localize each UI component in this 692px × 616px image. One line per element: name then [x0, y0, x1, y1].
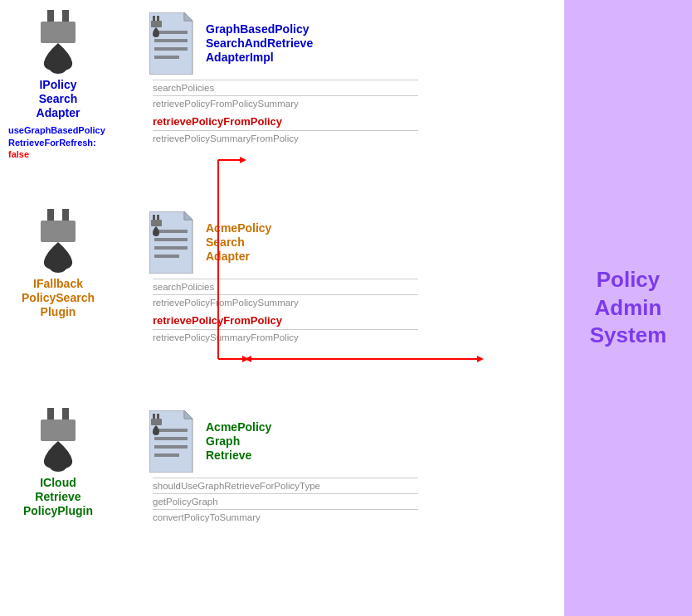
- plug-icon-3: [29, 406, 87, 473]
- svg-rect-33: [154, 437, 188, 440]
- iface-attr-1: useGraphBasedPolicyRetrieveForRefresh:fa…: [8, 124, 108, 160]
- impl-label-2: AcmePolicySearchAdapter: [206, 221, 271, 263]
- method-retrievePolicySummary-1: retrievePolicyFromPolicySummary: [153, 95, 418, 111]
- svg-rect-28: [41, 420, 76, 441]
- method-getGraph-3: getPolicyGraph: [153, 493, 418, 509]
- svg-rect-13: [47, 209, 54, 221]
- svg-point-16: [50, 263, 66, 273]
- svg-marker-31: [184, 410, 192, 419]
- svg-rect-10: [153, 16, 155, 21]
- method-retrievePolicy-1: retrievePolicyFromPolicy: [153, 113, 418, 130]
- svg-rect-15: [41, 221, 76, 242]
- svg-rect-35: [154, 454, 179, 457]
- svg-point-29: [50, 462, 66, 472]
- icloud-retrieve-plugin: ICloudRetrievePolicyPlugin: [8, 406, 108, 517]
- ipolicy-search-adapter: IPolicySearchAdapter useGraphBasedPolicy…: [8, 8, 108, 160]
- method-searchPolicies-1: searchPolicies: [153, 80, 418, 95]
- svg-rect-1: [62, 10, 69, 22]
- svg-rect-38: [151, 419, 162, 425]
- svg-rect-19: [154, 230, 188, 233]
- svg-rect-2: [41, 22, 76, 43]
- row-1: IPolicySearchAdapter useGraphBasedPolicy…: [8, 8, 418, 160]
- svg-rect-23: [153, 215, 155, 220]
- doc-icon-2: [149, 211, 199, 274]
- arrow-head-left2: [245, 356, 251, 362]
- impl-label-1: GraphBasedPolicySearchAndRetrieveAdapter…: [206, 22, 313, 64]
- method-list-3: shouldUseGraphRetrieveForPolicyType getP…: [153, 478, 418, 525]
- svg-rect-26: [47, 408, 54, 420]
- svg-rect-14: [62, 209, 69, 221]
- plug-icon-1: [29, 8, 87, 75]
- impl-header-1: GraphBasedPolicySearchAndRetrieveAdapter…: [149, 12, 313, 75]
- impl-graph-based: GraphBasedPolicySearchAndRetrieveAdapter…: [149, 12, 418, 146]
- svg-rect-27: [62, 408, 69, 420]
- svg-rect-12: [151, 21, 162, 27]
- impl-header-2: AcmePolicySearchAdapter: [149, 211, 271, 274]
- svg-point-3: [50, 64, 66, 74]
- row-3: ICloudRetrievePolicyPlugin AcmePolicyGra…: [8, 406, 418, 525]
- svg-marker-5: [184, 12, 192, 21]
- arrow-head-right: [477, 356, 484, 362]
- svg-rect-20: [154, 238, 188, 241]
- svg-rect-37: [157, 414, 159, 419]
- ifallback-search-plugin: IFallbackPolicySearchPlugin: [8, 207, 108, 318]
- policy-admin-title: PolicyAdminSystem: [590, 266, 667, 350]
- svg-rect-24: [157, 215, 159, 220]
- svg-rect-0: [47, 10, 54, 22]
- iface-label-2: IFallbackPolicySearchPlugin: [22, 277, 95, 318]
- method-convert-3: convertPolicyToSummary: [153, 509, 418, 525]
- svg-rect-7: [154, 39, 188, 42]
- svg-rect-8: [154, 47, 188, 51]
- svg-rect-9: [154, 56, 179, 59]
- svg-rect-25: [151, 220, 162, 226]
- iface-label-1: IPolicySearchAdapter: [37, 78, 80, 119]
- impl-header-3: AcmePolicyGraphRetrieve: [149, 410, 271, 473]
- method-shouldUse-3: shouldUseGraphRetrieveForPolicyType: [153, 478, 418, 493]
- method-retrieveSummary-2: retrievePolicySummaryFromPolicy: [153, 329, 418, 345]
- impl-label-3: AcmePolicyGraphRetrieve: [206, 420, 271, 462]
- method-searchPolicies-2: searchPolicies: [153, 279, 418, 294]
- svg-rect-32: [154, 429, 188, 432]
- impl-acme-graph: AcmePolicyGraphRetrieve shouldUseGraphRe…: [149, 410, 418, 525]
- svg-rect-6: [154, 31, 188, 34]
- method-list-2: searchPolicies retrievePolicyFromPolicyS…: [153, 279, 418, 345]
- svg-rect-22: [154, 255, 179, 258]
- svg-rect-36: [153, 414, 155, 419]
- policy-admin-panel: PolicyAdminSystem: [564, 0, 692, 616]
- method-retrieveSummary-1: retrievePolicySummaryFromPolicy: [153, 130, 418, 146]
- iface-label-3: ICloudRetrievePolicyPlugin: [23, 476, 93, 517]
- method-retrievePolicy-2: retrievePolicyFromPolicy: [153, 312, 418, 329]
- impl-acme-search: AcmePolicySearchAdapter searchPolicies r…: [149, 211, 418, 345]
- doc-icon-3: [149, 410, 199, 473]
- plug-icon-2: [29, 207, 87, 274]
- method-retrievePolicySummary-2: retrievePolicyFromPolicySummary: [153, 294, 418, 310]
- method-list-1: searchPolicies retrievePolicyFromPolicyS…: [153, 80, 418, 146]
- svg-rect-21: [154, 246, 188, 250]
- svg-marker-18: [184, 211, 192, 220]
- svg-rect-11: [157, 16, 159, 21]
- arrow-head-left: [242, 356, 249, 362]
- row-2: IFallbackPolicySearchPlugin AcmePolicySe…: [8, 207, 418, 345]
- doc-icon-1: [149, 12, 199, 75]
- iface-attr-val-1: false: [8, 149, 29, 159]
- svg-rect-34: [154, 445, 188, 449]
